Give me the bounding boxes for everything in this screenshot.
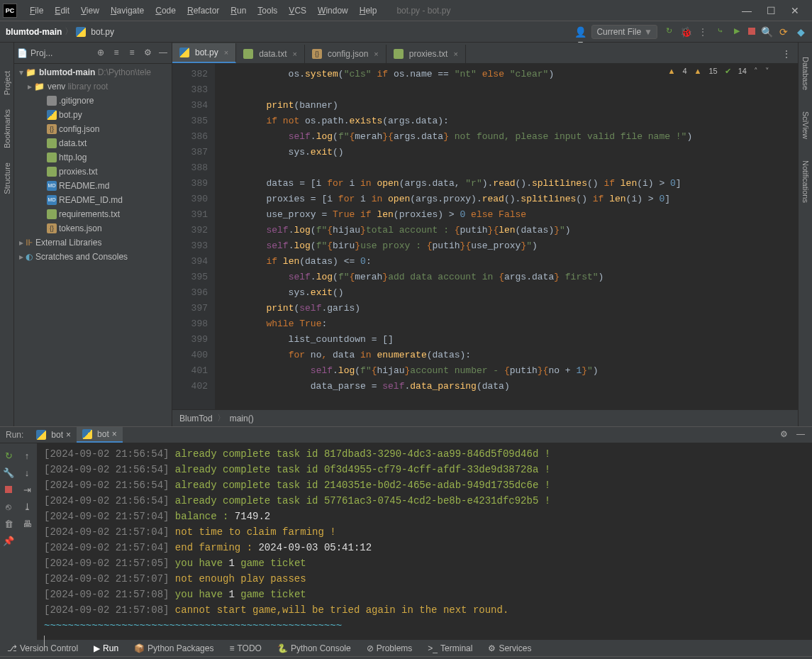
more-run-icon[interactable]: ⋮ [697, 26, 708, 38]
scroll-end-icon[interactable]: ⤓ [21, 500, 33, 513]
rail-project[interactable]: Project [3, 71, 11, 95]
tab-config-json[interactable]: {}config.json× [305, 45, 386, 63]
tree-file[interactable]: http.log [14, 150, 172, 165]
warning-a-icon[interactable]: ▲ [668, 67, 676, 76]
run-button[interactable]: ↻ [663, 26, 674, 38]
inspections-widget[interactable]: ▲4 ▲15 ✔14 ˄ ˅ [668, 67, 769, 76]
menu-navigate[interactable]: Navigate [105, 3, 150, 18]
pass-icon[interactable]: ✔ [725, 67, 731, 76]
rail-notifications[interactable]: Notifications [801, 160, 810, 203]
console-output[interactable]: [2024-09-02 21:56:54] already complete t… [37, 443, 812, 652]
run-tab-bot[interactable]: bot × [77, 427, 123, 443]
toolwindow-python-packages[interactable]: 📦Python Packages [131, 642, 216, 655]
menu-tools[interactable]: Tools [252, 3, 283, 18]
ai-assist-icon[interactable]: ◆ [795, 26, 806, 38]
code-content[interactable]: os.system("cls" if os.name == "nt" else … [215, 64, 798, 409]
close-run-tab-icon[interactable]: × [66, 430, 71, 440]
maximize-button[interactable]: ☐ [764, 5, 778, 16]
toolwindow-problems[interactable]: ⊘Problems [364, 642, 416, 655]
hide-panel-icon[interactable]: — [157, 48, 169, 59]
select-opened-icon[interactable]: ⊕ [95, 48, 106, 59]
menu-help[interactable]: Help [354, 3, 383, 18]
menu-window[interactable]: Window [312, 3, 354, 18]
tab-proxies-txt[interactable]: proxies.txt× [386, 45, 466, 63]
menu-code[interactable]: Code [150, 3, 182, 18]
pin-icon[interactable]: 📌 [2, 534, 15, 547]
editor-breadcrumb[interactable]: BlumTod〉main() [172, 409, 798, 426]
warning-b-icon[interactable]: ▲ [694, 67, 702, 76]
menu-refactor[interactable]: Refactor [182, 3, 225, 18]
tree-file[interactable]: .gitignore [14, 94, 172, 108]
coverage-button[interactable]: ⤷ [714, 26, 725, 38]
expand-all-icon[interactable]: ≡ [111, 48, 122, 59]
wrench-icon[interactable]: 🔧 [2, 466, 15, 479]
chevron-up-icon[interactable]: ˄ [754, 67, 758, 76]
close-tab-icon[interactable]: × [224, 48, 228, 57]
menu-file[interactable]: File [24, 3, 49, 18]
tree-file[interactable]: requirements.txt [14, 207, 172, 221]
tree-file[interactable]: MDREADME.md [14, 179, 172, 193]
menu-vcs[interactable]: VCS [283, 3, 312, 18]
project-panel-title[interactable]: 📄 Proj... [17, 48, 91, 58]
trash-icon[interactable]: 🗑 [2, 517, 15, 530]
stop-run-icon[interactable] [2, 483, 15, 496]
tabs-more-icon[interactable]: ⋮ [775, 45, 798, 63]
close-tab-icon[interactable]: × [374, 50, 378, 58]
toolwindow-todo[interactable]: ≡TODO [226, 642, 264, 655]
toolwindow-services[interactable]: ⚙Services [485, 642, 534, 655]
rail-bookmarks[interactable]: Bookmarks [3, 109, 11, 148]
tree-file[interactable]: {}tokens.json [14, 221, 172, 236]
exit-icon[interactable]: ⎋ [2, 500, 15, 513]
collapse-all-icon[interactable]: ≡ [126, 48, 138, 59]
toolwindow-python-console[interactable]: 🐍Python Console [274, 642, 354, 655]
print-icon[interactable]: 🖶 [21, 517, 33, 530]
tree-root[interactable]: ▾📁blumtod-main D:\Python\tele [14, 65, 172, 79]
tab-data-txt[interactable]: data.txt× [236, 45, 305, 63]
menu-run[interactable]: Run [225, 3, 252, 18]
debug-button[interactable]: 🐞 [680, 26, 691, 38]
breadcrumb-root[interactable]: blumtod-main [6, 27, 62, 37]
rail-structure[interactable]: Structure [3, 162, 11, 194]
menu-edit[interactable]: Edit [49, 3, 75, 18]
rerun-icon[interactable]: ↻ [2, 449, 15, 462]
run-tab-bot[interactable]: bot × [30, 427, 77, 443]
close-button[interactable]: ✕ [788, 5, 802, 16]
tree-file[interactable]: {}config.json [14, 122, 172, 136]
editor-gutter[interactable]: 382 383 384 385 386 387 388 389 390 391 … [172, 64, 215, 409]
run-hide-icon[interactable]: — [795, 429, 806, 441]
toolwindow-terminal[interactable]: >_Terminal [425, 642, 475, 655]
editor-body[interactable]: ▲4 ▲15 ✔14 ˄ ˅ 382 383 384 385 386 387 3… [172, 64, 798, 409]
rail-sciview[interactable]: SciView [801, 111, 810, 139]
close-tab-icon[interactable]: × [293, 50, 297, 58]
breadcrumb-file[interactable]: bot.py [91, 27, 114, 37]
run-config-dropdown[interactable]: Current File ▼ [591, 25, 657, 39]
profile-button[interactable]: ▶ [731, 26, 743, 38]
minimize-button[interactable]: — [740, 5, 754, 16]
tree-external-libs[interactable]: ▸⊪External Libraries [14, 236, 172, 250]
breadcrumb[interactable]: blumtod-main 〉 bot.py [6, 26, 114, 38]
chevron-down-icon[interactable]: ˅ [765, 67, 769, 76]
gear-icon[interactable]: ⚙ [142, 48, 153, 59]
user-icon[interactable]: 👤▾ [574, 26, 586, 38]
tab-bot-py[interactable]: bot.py× [172, 43, 236, 63]
soft-wrap-icon[interactable]: ⇥ [21, 483, 33, 496]
menu-view[interactable]: View [75, 3, 105, 18]
tree-venv[interactable]: ▸📁venv library root [14, 79, 172, 94]
close-run-tab-icon[interactable]: × [112, 429, 117, 439]
rail-database[interactable]: Database [801, 57, 810, 90]
run-gear-icon[interactable]: ⚙ [778, 429, 789, 441]
stop-button[interactable] [748, 27, 755, 37]
tree-scratches[interactable]: ▸◐Scratches and Consoles [14, 250, 172, 264]
tree-file[interactable]: data.txt [14, 136, 172, 150]
down-arrow-icon[interactable]: ↓ [21, 466, 33, 479]
toolwindow-run[interactable]: ▶Run [91, 642, 121, 655]
tree-file[interactable]: bot.py [14, 108, 172, 122]
update-icon[interactable]: ⟳ [778, 26, 789, 38]
tree-file[interactable]: proxies.txt [14, 165, 172, 179]
tree-file[interactable]: MDREADME_ID.md [14, 193, 172, 207]
toolwindow-version-control[interactable]: ⎇Version Control [4, 642, 81, 655]
close-tab-icon[interactable]: × [453, 50, 457, 58]
project-tree[interactable]: ▾📁blumtod-main D:\Python\tele ▸📁venv lib… [14, 64, 172, 426]
up-arrow-icon[interactable]: ↑ [21, 449, 33, 462]
search-icon[interactable]: 🔍 [761, 26, 772, 38]
